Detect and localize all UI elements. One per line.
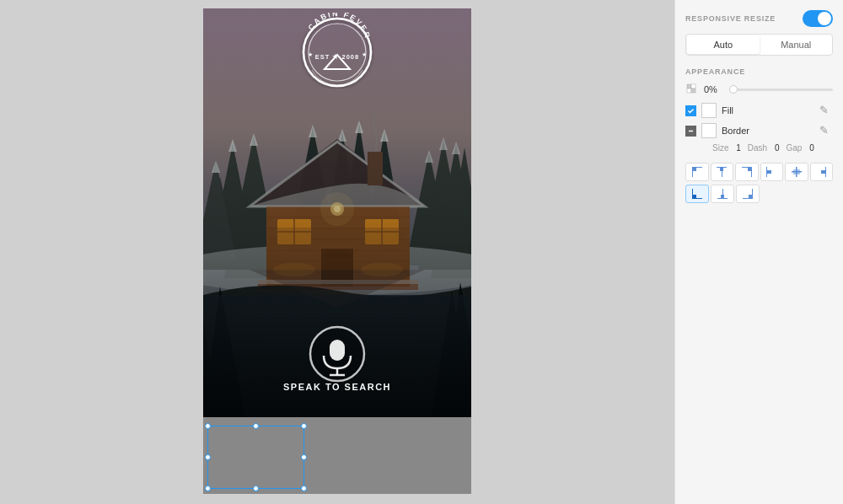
svg-rect-103 xyxy=(717,198,728,199)
border-size-field: Size 1 xyxy=(712,143,741,153)
speak-to-search-label: SPEAK TO SEARCH xyxy=(283,382,391,392)
alignment-row-2 xyxy=(685,185,833,203)
alignment-row-1 xyxy=(685,163,833,181)
svg-rect-79 xyxy=(687,88,691,93)
border-gap-value[interactable]: 0 xyxy=(809,143,814,153)
svg-rect-90 xyxy=(742,167,752,168)
opacity-slider[interactable] xyxy=(729,88,833,91)
svg-rect-86 xyxy=(722,167,722,177)
opacity-slider-handle[interactable] xyxy=(729,85,738,94)
border-size-value[interactable]: 1 xyxy=(736,143,741,153)
border-gap-field: Gap 0 xyxy=(787,143,814,153)
cabin-badge: CABIN FEVER EST ★ 2008 ★ ★ xyxy=(270,13,405,88)
tab-manual[interactable]: Manual xyxy=(760,35,833,55)
border-dash-label: Dash xyxy=(748,143,767,153)
handle-top-right[interactable] xyxy=(301,423,307,429)
svg-text:CABIN FEVER: CABIN FEVER xyxy=(307,13,373,40)
border-row: Border ✎ xyxy=(685,123,833,138)
phone-frame: CABIN FEVER EST ★ 2008 ★ ★ SPEAK TO SEAR… xyxy=(203,8,471,494)
svg-point-70 xyxy=(309,24,366,81)
svg-rect-105 xyxy=(752,189,753,199)
border-sub-options: Size 1 Dash 0 Gap 0 xyxy=(712,143,833,153)
border-label: Border xyxy=(722,126,814,136)
align-left-center[interactable] xyxy=(760,163,784,181)
svg-rect-87 xyxy=(717,167,727,168)
svg-rect-100 xyxy=(692,198,702,199)
svg-rect-99 xyxy=(692,189,693,199)
appearance-label: APPEARANCE xyxy=(685,67,833,76)
svg-rect-66 xyxy=(330,340,345,361)
svg-rect-80 xyxy=(691,88,695,93)
toggle-knob xyxy=(818,12,831,25)
opacity-value: 0% xyxy=(704,84,724,94)
handle-top-middle[interactable] xyxy=(253,423,259,429)
responsive-resize-label: RESPONSIVE RESIZE xyxy=(685,14,776,23)
svg-rect-83 xyxy=(692,167,693,177)
svg-rect-77 xyxy=(687,84,691,88)
align-bottom-right[interactable] xyxy=(736,185,760,203)
align-right-center[interactable] xyxy=(810,163,834,181)
svg-rect-95 xyxy=(796,167,797,177)
handle-top-left[interactable] xyxy=(205,423,211,429)
align-center[interactable] xyxy=(785,163,808,181)
handle-bottom-left[interactable] xyxy=(205,485,211,491)
responsive-resize-toggle[interactable] xyxy=(803,10,833,27)
selection-box[interactable] xyxy=(207,426,304,489)
handle-middle-right[interactable] xyxy=(301,454,307,460)
svg-rect-106 xyxy=(743,198,753,199)
border-checkbox[interactable] xyxy=(685,126,696,137)
align-top-center[interactable] xyxy=(711,163,734,181)
mode-tabs: Auto Manual xyxy=(685,34,833,56)
handle-bottom-middle[interactable] xyxy=(253,485,259,491)
border-dash-field: Dash 0 xyxy=(748,143,780,153)
phone-image-area: CABIN FEVER EST ★ 2008 ★ ★ SPEAK TO SEAR… xyxy=(203,8,471,417)
right-panel: RESPONSIVE RESIZE Auto Manual APPEARANCE… xyxy=(674,0,843,504)
align-bottom-left[interactable] xyxy=(685,185,709,203)
canvas-area: CABIN FEVER EST ★ 2008 ★ ★ SPEAK TO SEAR… xyxy=(0,0,674,504)
align-top-right[interactable] xyxy=(735,163,759,181)
border-edit-icon[interactable]: ✎ xyxy=(819,124,833,137)
handle-middle-left[interactable] xyxy=(205,454,211,460)
fill-label: Fill xyxy=(722,105,814,115)
align-top-left[interactable] xyxy=(685,163,709,181)
tab-auto[interactable]: Auto xyxy=(687,35,760,54)
opacity-row: 0% xyxy=(685,83,833,96)
svg-rect-78 xyxy=(691,84,695,88)
svg-rect-92 xyxy=(766,167,767,177)
align-bottom-center[interactable] xyxy=(711,185,734,203)
responsive-resize-section: RESPONSIVE RESIZE xyxy=(685,8,833,27)
svg-text:★: ★ xyxy=(308,51,313,57)
svg-rect-84 xyxy=(692,167,702,168)
alignment-grid xyxy=(685,163,833,203)
border-gap-label: Gap xyxy=(787,143,803,153)
fill-row: Fill ✎ xyxy=(685,103,833,118)
fill-edit-icon[interactable]: ✎ xyxy=(819,104,833,117)
phone-bottom-area xyxy=(203,417,471,494)
svg-rect-97 xyxy=(825,167,826,177)
border-size-label: Size xyxy=(712,143,728,153)
fill-checkbox[interactable] xyxy=(685,105,696,116)
opacity-icon xyxy=(685,83,699,96)
border-color-swatch[interactable] xyxy=(701,123,717,138)
fill-color-swatch[interactable] xyxy=(701,103,717,118)
svg-text:★: ★ xyxy=(362,51,367,57)
handle-bottom-right[interactable] xyxy=(301,485,307,491)
svg-rect-102 xyxy=(722,189,723,199)
border-dash-value[interactable]: 0 xyxy=(775,143,780,153)
svg-rect-89 xyxy=(751,167,752,177)
